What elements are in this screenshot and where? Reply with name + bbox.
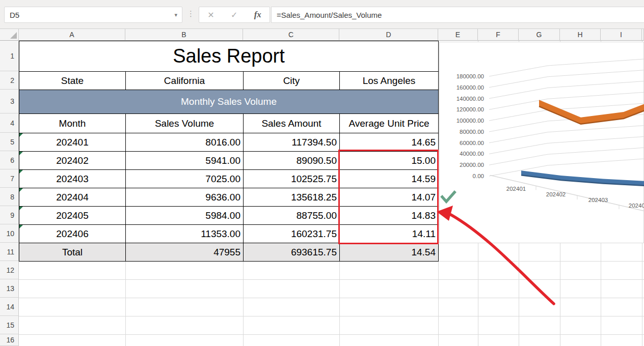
cell-A7[interactable]: 202403 xyxy=(19,170,126,188)
row-header-3[interactable]: 3 xyxy=(0,90,19,113)
cell-C2[interactable]: City xyxy=(244,72,340,90)
cell-C7[interactable]: 102525.75 xyxy=(244,170,340,188)
highlight-box[interactable] xyxy=(338,150,439,244)
y-axis-tick-label: 100000.00 xyxy=(457,118,484,124)
y-axis-tick-label: 60000.00 xyxy=(460,140,484,146)
cell-B2[interactable]: California xyxy=(126,72,244,90)
cell-C5[interactable]: 117394.50 xyxy=(244,133,340,152)
cell-A9[interactable]: 202405 xyxy=(19,207,126,225)
column-header-B[interactable]: B xyxy=(125,29,243,41)
column-header-F[interactable]: F xyxy=(478,29,519,41)
formula-bar-input[interactable]: =Sales_Amount/Sales_Volume xyxy=(271,7,644,23)
table-column-label-C[interactable]: Sales Amount xyxy=(244,114,340,133)
cell-B8[interactable]: 9636.00 xyxy=(126,188,244,207)
column-headers: ABCDEFGHI xyxy=(19,29,644,41)
cancel-icon[interactable]: ✕ xyxy=(207,10,214,20)
table-column-label-A[interactable]: Month xyxy=(19,114,126,133)
select-all-triangle-icon xyxy=(10,32,17,39)
row-headers: 12345678910111213141516 xyxy=(0,41,19,346)
y-axis-tick-label: 120000.00 xyxy=(457,106,484,112)
cell-A11[interactable]: Total xyxy=(19,243,126,262)
name-box[interactable]: D5 ▾ xyxy=(4,7,182,23)
cell-C11[interactable]: 693615.75 xyxy=(244,243,340,262)
x-axis-tick-label: 202401 xyxy=(506,186,526,192)
x-axis-tick-label: 202403 xyxy=(588,197,608,203)
x-axis-tick-label: 202404 xyxy=(629,203,644,209)
cell-D2[interactable]: Los Angeles xyxy=(340,72,439,90)
y-axis-tick-label: 80000.00 xyxy=(460,129,484,135)
cell-A8[interactable]: 202404 xyxy=(19,188,126,207)
cell-A10[interactable]: 202406 xyxy=(19,225,126,243)
row-header-2[interactable]: 2 xyxy=(0,71,19,90)
row-header-8[interactable]: 8 xyxy=(0,188,19,206)
error-indicator-icon xyxy=(19,207,23,210)
insert-function-icon[interactable]: fx xyxy=(254,10,261,20)
row-header-13[interactable]: 13 xyxy=(0,279,19,298)
cell-B11[interactable]: 47955 xyxy=(126,243,244,262)
row-header-4[interactable]: 4 xyxy=(0,113,19,133)
y-axis-tick-label: 40000.00 xyxy=(460,151,484,157)
column-header-I[interactable]: I xyxy=(601,29,642,41)
y-axis-tick-label: 160000.00 xyxy=(457,84,484,91)
cell-A6[interactable]: 202402 xyxy=(19,152,126,170)
formula-text: =Sales_Amount/Sales_Volume xyxy=(272,11,382,19)
error-indicator-icon xyxy=(19,225,23,228)
cell-C8[interactable]: 135618.25 xyxy=(244,188,340,207)
cell-B9[interactable]: 5984.00 xyxy=(126,207,244,225)
row-header-7[interactable]: 7 xyxy=(0,169,19,188)
row-header-6[interactable]: 6 xyxy=(0,151,19,169)
row-header-9[interactable]: 9 xyxy=(0,206,19,224)
row-header-5[interactable]: 5 xyxy=(0,133,19,151)
table-column-label-D[interactable]: Average Unit Price xyxy=(340,114,439,133)
cell-C6[interactable]: 89090.50 xyxy=(244,152,340,170)
column-header-H[interactable]: H xyxy=(560,29,601,41)
cell-A2[interactable]: State xyxy=(19,72,126,90)
cell-B5[interactable]: 8016.00 xyxy=(126,133,244,152)
column-header-E[interactable]: E xyxy=(438,29,478,41)
cell-C10[interactable]: 160231.75 xyxy=(244,225,340,243)
column-header-G[interactable]: G xyxy=(519,29,560,41)
column-header-C[interactable]: C xyxy=(243,29,339,41)
y-axis-tick-label: 180000.00 xyxy=(457,73,484,79)
report-title[interactable]: Sales Report xyxy=(19,41,439,72)
error-indicator-icon xyxy=(19,188,23,192)
cell-B6[interactable]: 5941.00 xyxy=(126,152,244,170)
select-all-corner[interactable] xyxy=(0,29,19,41)
name-box-value[interactable]: D5 xyxy=(5,11,174,19)
column-header-A[interactable]: A xyxy=(19,29,125,41)
error-indicator-icon xyxy=(19,170,23,174)
row-header-14[interactable]: 14 xyxy=(0,298,19,316)
formula-buttons: ✕ ✓ fx xyxy=(199,7,270,23)
column-header-partial[interactable] xyxy=(642,29,644,41)
cell-D11[interactable]: 14.54 xyxy=(340,243,439,262)
y-axis-tick-label: 20000.00 xyxy=(460,162,484,168)
cell-B10[interactable]: 11353.00 xyxy=(126,225,244,243)
x-axis-tick-label: 202402 xyxy=(546,191,566,197)
y-axis-tick-label: 140000.00 xyxy=(457,96,484,102)
row-header-11[interactable]: 11 xyxy=(0,243,19,261)
row-header-10[interactable]: 10 xyxy=(0,224,19,243)
error-indicator-icon xyxy=(19,133,23,137)
cell-B7[interactable]: 7025.00 xyxy=(126,170,244,188)
more-dots-icon: ⋮ xyxy=(187,9,195,18)
column-header-D[interactable]: D xyxy=(339,29,438,41)
cell-C9[interactable]: 88755.00 xyxy=(244,207,340,225)
cell-A5[interactable]: 202401 xyxy=(19,133,126,152)
cell-D5[interactable]: 14.65 xyxy=(340,133,439,152)
row-header-1[interactable]: 1 xyxy=(0,41,19,71)
row-header-16[interactable]: 16 xyxy=(0,334,19,346)
name-box-caret-icon[interactable]: ▾ xyxy=(174,12,182,18)
table-column-label-B[interactable]: Sales Volume xyxy=(126,114,244,133)
enter-icon[interactable]: ✓ xyxy=(231,10,237,20)
error-indicator-icon xyxy=(19,152,23,155)
formula-strip: D5 ▾ ⋮ ✕ ✓ fx =Sales_Amount/Sales_Volume xyxy=(0,0,644,29)
band-monthly-sales-volume[interactable]: Monthly Sales Volume xyxy=(19,90,439,114)
row-header-12[interactable]: 12 xyxy=(0,261,19,279)
row-header-15[interactable]: 15 xyxy=(0,316,19,334)
sales-3d-line-chart[interactable]: 180000.00160000.00140000.00120000.001000… xyxy=(439,42,644,243)
y-axis-tick-label: 0.00 xyxy=(473,173,484,179)
